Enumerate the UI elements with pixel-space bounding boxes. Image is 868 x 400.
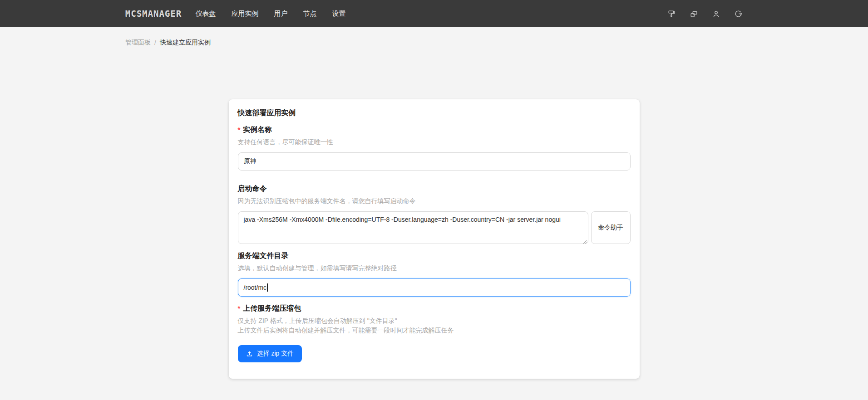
file-directory-label: 服务端文件目录 xyxy=(238,251,631,261)
main-nav: 仪表盘 应用实例 用户 节点 设置 xyxy=(194,7,346,21)
nav-item-nodes[interactable]: 节点 xyxy=(302,7,317,21)
required-asterisk: * xyxy=(238,126,241,133)
top-navbar: MCSMANAGER 仪表盘 应用实例 用户 节点 设置 xyxy=(0,0,868,27)
file-directory-help: 选填，默认自动创建与管理，如需填写请写完整绝对路径 xyxy=(238,263,631,273)
breadcrumb-separator: / xyxy=(154,39,156,46)
breadcrumb-root[interactable]: 管理面板 xyxy=(125,39,151,47)
text-caret xyxy=(267,283,268,292)
start-command-textarea-wrap: java -Xms256M -Xmx4000M -Dfile.encoding=… xyxy=(238,211,588,244)
file-directory-value: /root/mc xyxy=(244,284,267,291)
upload-help-line2: 上传文件后实例将自动创建并解压文件，可能需要一段时间才能完成解压任务 xyxy=(238,326,631,335)
nav-item-dashboard[interactable]: 仪表盘 xyxy=(194,7,217,21)
breadcrumb-current: 快速建立应用实例 xyxy=(160,39,211,47)
instance-name-label: *实例名称 xyxy=(238,125,631,135)
upload-icon xyxy=(246,351,253,357)
start-command-row: java -Xms256M -Xmx4000M -Dfile.encoding=… xyxy=(238,211,631,244)
upload-label-text: 上传服务端压缩包 xyxy=(243,304,301,312)
upload-label: *上传服务端压缩包 xyxy=(238,304,631,313)
app-logo[interactable]: MCSMANAGER xyxy=(125,9,182,19)
file-directory-input[interactable]: /root/mc xyxy=(238,278,631,297)
start-command-textarea[interactable]: java -Xms256M -Xmx4000M -Dfile.encoding=… xyxy=(238,211,588,244)
nav-item-instances[interactable]: 应用实例 xyxy=(230,7,259,21)
start-command-label: 启动命令 xyxy=(238,184,631,194)
command-assistant-button[interactable]: 命令助手 xyxy=(591,211,631,244)
instance-name-label-text: 实例名称 xyxy=(243,126,272,133)
logout-icon[interactable] xyxy=(734,10,743,18)
instance-name-help: 支持任何语言，尽可能保证唯一性 xyxy=(238,137,631,147)
select-zip-button-label: 选择 zip 文件 xyxy=(257,350,294,358)
quick-deploy-card: 快速部署应用实例 *实例名称 支持任何语言，尽可能保证唯一性 启动命令 因为无法… xyxy=(229,99,640,379)
upload-help-line1: 仅支持 ZIP 格式，上传后压缩包会自动解压到 "文件目录" xyxy=(238,316,631,326)
nav-item-users[interactable]: 用户 xyxy=(273,7,288,21)
card-title: 快速部署应用实例 xyxy=(238,108,631,118)
layout-grid-icon[interactable] xyxy=(690,10,698,18)
user-icon[interactable] xyxy=(712,10,720,18)
breadcrumb: 管理面板 / 快速建立应用实例 xyxy=(125,27,743,47)
start-command-help: 因为无法识别压缩包中的服务端文件名，请您自行填写启动命令 xyxy=(238,196,631,206)
select-zip-button[interactable]: 选择 zip 文件 xyxy=(238,345,302,362)
nav-item-settings[interactable]: 设置 xyxy=(331,7,346,21)
navbar-container: MCSMANAGER 仪表盘 应用实例 用户 节点 设置 xyxy=(125,7,743,21)
instance-name-input[interactable] xyxy=(238,152,631,171)
navbar-icon-group xyxy=(667,10,743,18)
required-asterisk: * xyxy=(238,304,241,312)
theme-roller-icon[interactable] xyxy=(667,10,676,18)
